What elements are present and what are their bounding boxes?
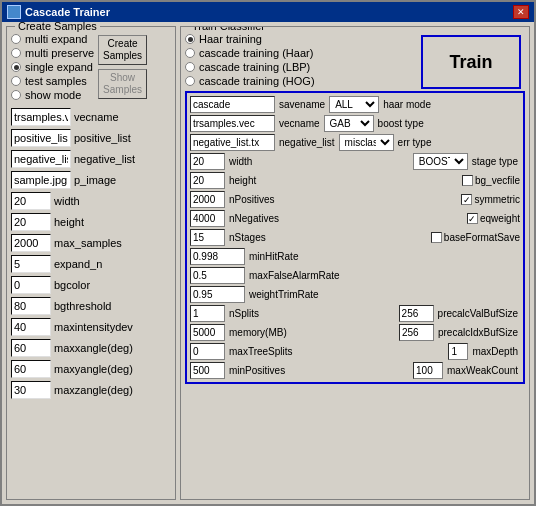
negative-list-right-input[interactable] (190, 134, 275, 151)
vecname-right-input[interactable] (190, 115, 275, 132)
right-panel-title: Train Classifier (189, 26, 268, 32)
baseformatsave-checkbox[interactable] (431, 232, 442, 243)
maxtreesplits-label: maxTreeSplits (227, 346, 295, 357)
bg-vecfile-checkbox[interactable] (462, 175, 473, 186)
vecname-row: vecname (11, 108, 171, 126)
maxzangle-row: maxzangle(deg) (11, 381, 171, 399)
radio-single-expand-input[interactable] (11, 62, 21, 72)
maxdepth-label: maxDepth (470, 346, 520, 357)
weighttrimrate-input[interactable] (190, 286, 245, 303)
width-label-left: width (54, 195, 80, 207)
bgthreshold-label: bgthreshold (54, 300, 112, 312)
maxdepth-input[interactable] (448, 343, 468, 360)
width-row-left: width (11, 192, 171, 210)
max-samples-row: max_samples (11, 234, 171, 252)
nstages-row: nStages baseFormatSave (190, 229, 520, 246)
haar-mode-select[interactable]: ALL (329, 96, 379, 113)
vecname-label: vecname (74, 111, 119, 123)
radio-show-mode-label: show mode (25, 89, 81, 101)
maxyangle-input[interactable] (11, 360, 51, 378)
maxyangle-row: maxyangle(deg) (11, 360, 171, 378)
bgcolor-input[interactable] (11, 276, 51, 294)
precalcvalbuf-input[interactable] (399, 305, 434, 322)
nsplits-row: nSplits precalcValBufSize (190, 305, 520, 322)
err-type-select[interactable]: misclass (339, 134, 394, 151)
precalcidxbuf-input[interactable] (399, 324, 434, 341)
npositives-row: nPositives symmetric (190, 191, 520, 208)
radio-multi-preserve[interactable]: multi preserve (11, 47, 94, 59)
eqweight-label: eqweight (480, 213, 520, 224)
radio-cascade-haar-input[interactable] (185, 48, 195, 58)
minpositives-input[interactable] (190, 362, 225, 379)
p-image-label: p_image (74, 174, 116, 186)
height-input-left[interactable] (11, 213, 51, 231)
boost-type-select[interactable]: GAB (324, 115, 374, 132)
boost-type-label: boost type (376, 118, 426, 129)
p-image-row: p_image (11, 171, 171, 189)
memory-row: memory(MB) precalcIdxBufSize (190, 324, 520, 341)
train-button[interactable]: Train (421, 35, 521, 89)
create-samples-button[interactable]: Create Samples (98, 35, 147, 65)
minhitrate-input[interactable] (190, 248, 245, 265)
radio-show-mode-input[interactable] (11, 90, 21, 100)
radio-haar-training-input[interactable] (185, 34, 195, 44)
radio-multi-expand[interactable]: multi expand (11, 33, 94, 45)
left-panel-title: Create Samples (15, 22, 100, 32)
maxxangle-label: maxxangle(deg) (54, 342, 133, 354)
radio-test-samples[interactable]: test samples (11, 75, 94, 87)
radio-multi-expand-input[interactable] (11, 34, 21, 44)
nstages-input[interactable] (190, 229, 225, 246)
eqweight-checkbox[interactable] (467, 213, 478, 224)
bgthreshold-input[interactable] (11, 297, 51, 315)
symmetric-checkbox[interactable] (461, 194, 472, 205)
width-right-input[interactable] (190, 153, 225, 170)
maxtreesplits-input[interactable] (190, 343, 225, 360)
negative-list-right-label: negative_list (277, 137, 337, 148)
nnegatives-row: nNegatives eqweight (190, 210, 520, 227)
nsplits-label: nSplits (227, 308, 261, 319)
radio-single-expand[interactable]: single expand (11, 61, 94, 73)
create-samples-radio-group: multi expand multi preserve single expan… (11, 33, 94, 101)
vecname-input[interactable] (11, 108, 71, 126)
symmetric-label: symmetric (474, 194, 520, 205)
nnegatives-input[interactable] (190, 210, 225, 227)
bgthreshold-row: bgthreshold (11, 297, 171, 315)
nsplits-input[interactable] (190, 305, 225, 322)
negative-list-input[interactable] (11, 150, 71, 168)
npositives-input[interactable] (190, 191, 225, 208)
window-body: Create Samples multi expand multi preser… (2, 22, 534, 504)
maxtreesplits-row: maxTreeSplits maxDepth (190, 343, 520, 360)
savename-row: savename ALL haar mode (190, 96, 520, 113)
expand-n-row: expand_n (11, 255, 171, 273)
radio-multi-preserve-input[interactable] (11, 48, 21, 58)
memory-input[interactable] (190, 324, 225, 341)
maxweakcount-label: maxWeakCount (445, 365, 520, 376)
cascade-input[interactable] (190, 96, 275, 113)
height-row: height bg_vecfile (190, 172, 520, 189)
height-label: height (227, 175, 258, 186)
radio-cascade-hog-label: cascade training (HOG) (199, 75, 315, 87)
negative-list-row: negative_list (11, 150, 171, 168)
maxxangle-input[interactable] (11, 339, 51, 357)
minpositives-label: minPositives (227, 365, 287, 376)
radio-cascade-hog-input[interactable] (185, 76, 195, 86)
radio-cascade-lbp-input[interactable] (185, 62, 195, 72)
radio-test-samples-input[interactable] (11, 76, 21, 86)
close-button[interactable]: ✕ (513, 5, 529, 19)
maxintensitydev-input[interactable] (11, 318, 51, 336)
p-image-input[interactable] (11, 171, 71, 189)
stage-type-label: stage type (470, 156, 520, 167)
width-input-left[interactable] (11, 192, 51, 210)
maxweakcount-input[interactable] (413, 362, 443, 379)
height-input[interactable] (190, 172, 225, 189)
expand-n-input[interactable] (11, 255, 51, 273)
positive-list-input[interactable] (11, 129, 71, 147)
radio-show-mode[interactable]: show mode (11, 89, 94, 101)
stage-type-select[interactable]: BOOST (413, 153, 468, 170)
maxzangle-input[interactable] (11, 381, 51, 399)
maxfalsealarm-input[interactable] (190, 267, 245, 284)
positive-list-label: positive_list (74, 132, 131, 144)
show-samples-button[interactable]: Show Samples (98, 69, 147, 99)
radio-multi-preserve-label: multi preserve (25, 47, 94, 59)
max-samples-input[interactable] (11, 234, 51, 252)
